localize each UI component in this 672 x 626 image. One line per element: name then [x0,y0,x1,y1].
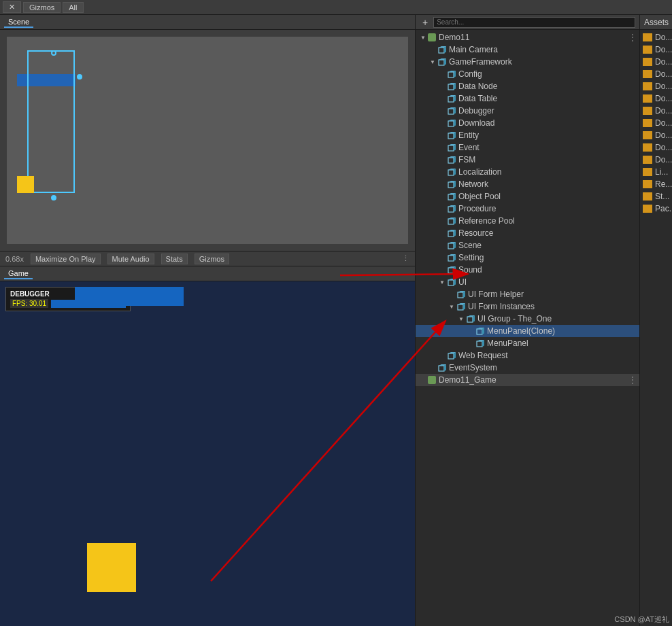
tree-item-web_request[interactable]: Web Request [416,349,639,362]
tree-arrow-network[interactable] [437,179,447,189]
asset-item[interactable]: Do... [640,80,672,92]
asset-item[interactable]: Re... [640,178,672,190]
tree-arrow-data_table[interactable] [437,94,447,103]
tree-item-event_system[interactable]: EventSystem [416,362,639,374]
tree-item-debugger[interactable]: Debugger [416,105,639,117]
asset-label: Do... [655,131,672,140]
tree-item-resource[interactable]: Resource [416,227,639,239]
folder-icon [643,119,652,127]
tree-arrow-demo11[interactable]: ▼ [418,33,428,42]
tree-item-ui[interactable]: ▼UI [416,276,639,288]
tree-item-data_table[interactable]: Data Table [416,92,639,105]
tree-item-menu_panel[interactable]: MenuPanel [416,337,639,349]
tree-arrow-object_pool[interactable] [437,192,447,201]
asset-label: Do... [655,45,672,54]
asset-item[interactable]: Li... [640,166,672,178]
tree-item-scene[interactable]: Scene [416,239,639,251]
tree-arrow-web_request[interactable] [437,351,447,360]
tree-item-main_camera[interactable]: Main Camera [416,44,639,56]
asset-item[interactable]: Do... [640,105,672,117]
tree-arrow-event[interactable] [437,143,447,152]
tree-arrow-resource[interactable] [437,228,447,238]
tree-item-fsm[interactable]: FSM [416,154,639,166]
asset-item[interactable]: St... [640,190,672,203]
tree-item-data_node[interactable]: Data Node [416,80,639,92]
asset-item[interactable]: Do... [640,141,672,154]
tree-arrow-reference_pool[interactable] [437,216,447,226]
tree-arrow-debugger[interactable] [437,106,447,116]
tree-arrow-menu_panel[interactable] [466,338,475,348]
tree-item-ui_form_helper[interactable]: UI Form Helper [416,288,639,300]
context-menu-icon-demo11[interactable]: ⋮ [628,33,637,42]
hierarchy-add-btn[interactable]: + [420,17,431,28]
more-options-icon[interactable]: ⋮ [402,254,409,263]
tab-game[interactable]: Game [4,268,33,279]
tree-arrow-data_node[interactable] [437,82,447,91]
gizmos-btn[interactable]: Gizmos [23,2,61,13]
asset-item[interactable]: Do... [640,154,672,166]
tree-icon-scene [447,241,456,250]
game-view: Game DEBUGGER FPS: 30.01 [0,266,415,626]
asset-item[interactable]: Do... [640,117,672,129]
tree-arrow-ui[interactable]: ▼ [437,277,447,287]
tree-arrow-event_system[interactable] [428,363,437,372]
all-btn[interactable]: All [63,2,83,13]
tree-label-event_system: EventSystem [449,363,497,372]
mute-audio-btn[interactable]: Mute Audio [107,254,154,264]
tree-item-object_pool[interactable]: Object Pool [416,190,639,203]
tree-arrow-ui_group_the_one[interactable]: ▼ [456,314,466,324]
close-btn[interactable]: ✕ [3,1,21,13]
tree-item-ui_form_instances[interactable]: ▼UI Form Instances [416,300,639,313]
tree-arrow-main_camera[interactable] [428,45,437,54]
tree-item-demo11[interactable]: ▼Demo11⋮ [416,31,639,44]
tree-item-demo11_game[interactable]: Demo11_Game⋮ [416,374,639,386]
tree-arrow-demo11_game[interactable] [418,375,428,385]
asset-item[interactable]: Do... [640,129,672,141]
tree-item-reference_pool[interactable]: Reference Pool [416,215,639,227]
tree-label-fsm: FSM [458,155,475,164]
asset-item[interactable]: Do... [640,56,672,68]
tree-icon-ui_group_the_one [466,314,475,324]
hierarchy-tree[interactable]: ▼Demo11⋮Main Camera▼GameFrameworkConfigD… [416,30,639,626]
asset-item[interactable]: Do... [640,68,672,80]
stats-btn[interactable]: Stats [161,254,188,264]
tree-arrow-config[interactable] [437,69,447,79]
context-menu-icon-demo11_game[interactable]: ⋮ [628,375,637,385]
tree-item-event[interactable]: Event [416,141,639,154]
asset-item[interactable]: Do... [640,31,672,44]
tree-arrow-game_framework[interactable]: ▼ [428,57,437,67]
tree-arrow-localization[interactable] [437,167,447,177]
tree-item-procedure[interactable]: Procedure [416,203,639,215]
tree-arrow-menu_panel_clone[interactable] [466,326,475,336]
tree-arrow-fsm[interactable] [437,155,447,164]
tree-arrow-scene[interactable] [437,241,447,250]
camera-dot [51,50,56,56]
svg-rect-30 [448,170,454,175]
hierarchy-search-input[interactable] [433,17,635,28]
tree-item-sound[interactable]: Sound [416,264,639,276]
tree-item-config[interactable]: Config [416,68,639,80]
tree-item-entity[interactable]: Entity [416,129,639,141]
tree-icon-data_node [447,82,456,91]
tree-item-network[interactable]: Network [416,178,639,190]
asset-item[interactable]: Pac... [640,203,672,215]
tree-item-game_framework[interactable]: ▼GameFramework [416,56,639,68]
tree-arrow-entity[interactable] [437,131,447,140]
gizmos-scene-btn[interactable]: Gizmos [195,254,229,264]
tree-item-setting[interactable]: Setting [416,251,639,264]
asset-item[interactable]: Do... [640,92,672,105]
tree-arrow-ui_form_helper[interactable] [447,290,456,299]
tree-item-menu_panel_clone[interactable]: MenuPanel(Clone) [416,325,639,337]
tree-arrow-procedure[interactable] [437,204,447,213]
tree-arrow-ui_form_instances[interactable]: ▼ [447,302,456,311]
tree-item-ui_group_the_one[interactable]: ▼UI Group - The_One [416,313,639,325]
maximize-on-play-btn[interactable]: Maximize On Play [31,254,101,264]
tree-arrow-sound[interactable] [437,265,447,275]
assets-content[interactable]: Do...Do...Do...Do...Do...Do...Do...Do...… [640,30,672,626]
tab-scene[interactable]: Scene [4,17,33,28]
tree-item-localization[interactable]: Localization [416,166,639,178]
tree-arrow-download[interactable] [437,118,447,128]
tree-item-download[interactable]: Download [416,117,639,129]
asset-item[interactable]: Do... [640,44,672,56]
tree-arrow-setting[interactable] [437,253,447,262]
